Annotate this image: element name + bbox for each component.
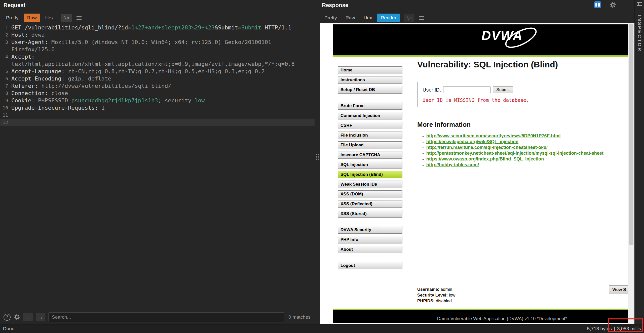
sliders-icon[interactable] (637, 2, 642, 7)
request-line[interactable]: Firefox/125.0 (0, 46, 315, 53)
system-info-line: Security Level: low (417, 292, 455, 298)
dvwa-menu-insecure-captcha[interactable]: Insecure CAPTCHA (338, 151, 402, 159)
scrollbar-thumb[interactable] (629, 24, 633, 245)
dvwa-menu-dvwa-security[interactable]: DVWA Security (338, 226, 402, 234)
tab-request-pretty[interactable]: Pretty (3, 14, 22, 22)
request-line[interactable]: 7Referer: http://dvwa/vulnerabilities/sq… (0, 82, 315, 90)
dvwa-menu-home[interactable]: Home (338, 66, 402, 74)
dvwa-menu-php-info[interactable]: PHP Info (338, 236, 402, 243)
list-item: http://www.securiteam.com/securityreview… (426, 133, 603, 139)
newline-toggle-request[interactable]: \n (61, 14, 72, 22)
user-id-input[interactable] (443, 87, 490, 93)
request-search-bar: ? ← → 0 matches (0, 310, 315, 324)
dvwa-menu-brute-force[interactable]: Brute Force (338, 102, 402, 110)
inspector-panel[interactable]: INSPECTOR (634, 0, 644, 324)
drag-handle-icon[interactable] (316, 154, 319, 160)
info-link[interactable]: http://bobby-tables.com/ (426, 162, 479, 167)
request-line[interactable]: 10Upgrade-Insecure-Requests: 1 (0, 104, 315, 111)
line-number: 1 (0, 24, 8, 31)
dvwa-menu-instructions[interactable]: Instructions (338, 76, 402, 84)
vulnerable-code-area: User ID: Submit User ID is MISSING from … (417, 82, 628, 107)
line-number: 5 (0, 68, 8, 75)
info-link[interactable]: https://www.owasp.org/index.php/Blind_SQ… (426, 156, 544, 161)
dvwa-menu-about[interactable]: About (338, 246, 402, 253)
dvwa-page: DVWA HomeInstructionsSetup / Reset DBBru… (333, 24, 628, 323)
status-bar: Done 5,718 bytes | 3,053 millis (0, 324, 644, 333)
dvwa-menu-setup-reset-db[interactable]: Setup / Reset DB (338, 86, 402, 94)
info-link[interactable]: http://ferruh.mavituna.com/sql-injection… (426, 145, 548, 150)
arrow-right-icon: → (38, 314, 43, 320)
status-done-label: Done (3, 326, 14, 331)
tab-response-hex[interactable]: Hex (360, 14, 376, 22)
submit-button[interactable]: Submit (493, 86, 513, 93)
line-number: 7 (0, 82, 8, 90)
request-line[interactable]: 3User-Agent: Mozilla/5.0 (Windows NT 10.… (0, 38, 315, 46)
settings-gear-icon[interactable] (610, 2, 616, 8)
request-line[interactable]: 5Accept-Language: zh-CN,zh;q=0.8,zh-TW;q… (0, 68, 315, 75)
request-line[interactable]: text/html,application/xhtml+xml,applicat… (0, 60, 315, 68)
dvwa-menu-weak-session-ids[interactable]: Weak Session IDs (338, 181, 402, 188)
help-icon[interactable]: ? (4, 314, 11, 321)
search-settings-button[interactable] (14, 314, 20, 320)
tab-response-raw[interactable]: Raw (342, 14, 359, 22)
request-line[interactable]: 6Accept-Encoding: gzip, deflate (0, 75, 315, 82)
dvwa-menu-sql-injection-blind[interactable]: SQL Injection (Blind) (338, 171, 402, 178)
request-line[interactable]: 2Host: dvwa (0, 31, 315, 38)
error-message: User ID is MISSING from the database. (423, 97, 628, 103)
layout-icon[interactable] (594, 1, 601, 8)
dvwa-menu-logout[interactable]: Logout (338, 262, 402, 269)
line-number: 4 (0, 53, 8, 60)
request-line[interactable]: 4Accept: (0, 53, 315, 60)
line-number (0, 46, 8, 53)
newline-toggle-response[interactable]: \n (404, 14, 414, 22)
menu-group-gap (338, 220, 402, 226)
search-input[interactable] (48, 312, 284, 322)
info-link[interactable]: http://pentestmonkey.net/cheat-sheet/sql… (426, 151, 603, 156)
panel-header-icons (594, 1, 616, 8)
search-next-button[interactable]: → (36, 313, 45, 321)
request-editor[interactable]: 1GET /vulnerabilities/sqli_blind/?id=1%2… (0, 24, 315, 295)
arrow-left-icon: ← (25, 314, 30, 320)
request-line[interactable]: 1GET /vulnerabilities/sqli_blind/?id=1%2… (0, 24, 315, 31)
dvwa-menu-sql-injection[interactable]: SQL Injection (338, 161, 402, 169)
tab-response-pretty[interactable]: Pretty (321, 14, 340, 22)
line-number: 11 (0, 111, 8, 119)
response-view-tabs: Pretty Raw Hex Render \n (321, 13, 426, 23)
list-item: http://pentestmonkey.net/cheat-sheet/sql… (426, 150, 603, 156)
dvwa-menu-file-inclusion[interactable]: File Inclusion (338, 132, 402, 139)
response-panel: Response Pretty Raw Hex Render \n DVWA (320, 0, 634, 324)
request-line[interactable]: 9Cookie: PHPSESSID=psuncupdhgq2rj4lkp7jp… (0, 97, 315, 104)
request-line[interactable]: 11 (0, 111, 315, 119)
request-editor-menu-icon[interactable] (77, 18, 82, 18)
system-info: Username: adminSecurity Level: lowPHPIDS… (417, 286, 455, 304)
response-scrollbar[interactable] (628, 23, 634, 324)
dvwa-footer-text: Damn Vulnerable Web Application (DVWA) v… (437, 316, 567, 321)
dvwa-menu-command-injection[interactable]: Command Injection (338, 112, 402, 119)
info-link[interactable]: https://en.wikipedia.org/wiki/SQL_inject… (426, 139, 518, 144)
info-link[interactable]: http://www.securiteam.com/securityreview… (426, 133, 561, 138)
request-panel: Request Pretty Raw Hex \n 1GET /vulnerab… (0, 0, 315, 310)
search-prev-button[interactable]: ← (23, 313, 33, 321)
tab-request-raw[interactable]: Raw (24, 14, 40, 22)
dvwa-menu-xss-reflected[interactable]: XSS (Reflected) (338, 200, 402, 208)
tab-request-hex[interactable]: Hex (42, 14, 57, 22)
page-title: Vulnerability: SQL Injection (Blind) (417, 60, 558, 69)
line-number: 12 (0, 119, 8, 126)
view-source-button[interactable]: View S (609, 285, 628, 294)
line-number: 10 (0, 104, 8, 111)
more-information-heading: More Information (417, 121, 471, 129)
panel-divider[interactable] (315, 0, 320, 324)
dvwa-menu-file-upload[interactable]: File Upload (338, 141, 402, 149)
line-number: 9 (0, 97, 8, 104)
dvwa-menu-csrf[interactable]: CSRF (338, 122, 402, 129)
tab-response-render[interactable]: Render (377, 14, 400, 22)
dvwa-menu-xss-dom[interactable]: XSS (DOM) (338, 190, 402, 198)
dvwa-menu-xss-stored[interactable]: XSS (Stored) (338, 210, 402, 218)
request-line[interactable]: 12 (0, 119, 315, 126)
more-info-links: http://www.securiteam.com/securityreview… (420, 133, 603, 168)
status-separator: | (614, 326, 615, 331)
response-editor-menu-icon[interactable] (419, 18, 424, 18)
request-line[interactable]: 8Connection: close (0, 90, 315, 97)
dvwa-footer: Damn Vulnerable Web Application (DVWA) v… (333, 310, 628, 323)
burp-repeater-window: Request Pretty Raw Hex \n 1GET /vulnerab… (0, 0, 644, 333)
